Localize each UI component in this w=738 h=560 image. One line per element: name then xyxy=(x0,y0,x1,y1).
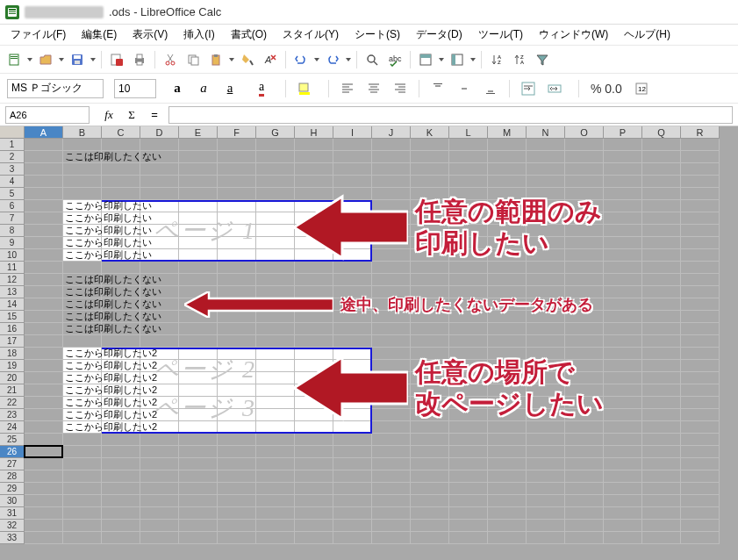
cell-P13[interactable] xyxy=(604,286,642,298)
cell-I20[interactable] xyxy=(333,372,372,384)
cell-B4[interactable] xyxy=(63,176,102,188)
cell-E2[interactable] xyxy=(179,151,218,163)
cell-O18[interactable] xyxy=(565,348,604,360)
col-header-D[interactable]: D xyxy=(140,126,179,139)
cell-Q13[interactable] xyxy=(642,286,681,298)
cell-B9[interactable]: ここから印刷したい xyxy=(63,237,102,249)
cell-J16[interactable] xyxy=(372,323,411,335)
cell-M31[interactable] xyxy=(488,507,527,520)
cell-H12[interactable] xyxy=(295,274,333,286)
cell-E5[interactable] xyxy=(179,188,218,200)
cell-F4[interactable] xyxy=(218,176,256,188)
paste-dropdown[interactable] xyxy=(228,58,235,61)
cell-A29[interactable] xyxy=(25,483,63,495)
cell-F28[interactable] xyxy=(218,470,256,483)
cell-A9[interactable] xyxy=(25,237,63,249)
cell-A32[interactable] xyxy=(25,520,63,532)
cell-C33[interactable] xyxy=(102,532,140,544)
cell-F25[interactable] xyxy=(218,434,256,446)
cell-M13[interactable] xyxy=(488,286,527,298)
cell-B30[interactable] xyxy=(63,495,102,507)
cell-N11[interactable] xyxy=(527,262,565,274)
cell-M24[interactable] xyxy=(488,421,527,434)
cell-P27[interactable] xyxy=(604,458,642,470)
align-left-button[interactable] xyxy=(337,78,358,99)
cell-B10[interactable]: ここから印刷したい xyxy=(63,249,102,262)
row-header-14[interactable]: 14 xyxy=(0,298,25,311)
cell-J6[interactable] xyxy=(372,200,411,212)
cell-J17[interactable] xyxy=(372,335,411,348)
cell-O2[interactable] xyxy=(565,151,604,163)
row-header-17[interactable]: 17 xyxy=(0,335,25,348)
cell-E9[interactable] xyxy=(179,237,218,249)
menu-sheet[interactable]: シート(S) xyxy=(348,25,407,45)
cell-N23[interactable] xyxy=(527,409,565,421)
row-header-16[interactable]: 16 xyxy=(0,323,25,335)
cell-Q16[interactable] xyxy=(642,323,681,335)
cell-D1[interactable] xyxy=(140,139,179,151)
col-header-O[interactable]: O xyxy=(565,126,604,139)
cell-M16[interactable] xyxy=(488,323,527,335)
cell-N32[interactable] xyxy=(527,520,565,532)
cell-R11[interactable] xyxy=(681,262,720,274)
cell-R28[interactable] xyxy=(681,470,720,483)
cell-G5[interactable] xyxy=(256,188,295,200)
cell-A1[interactable] xyxy=(25,139,63,151)
cell-K10[interactable] xyxy=(411,249,449,262)
row-header-18[interactable]: 18 xyxy=(0,348,25,360)
cell-H24[interactable] xyxy=(295,421,333,434)
row-header-11[interactable]: 11 xyxy=(0,262,25,274)
cell-G14[interactable] xyxy=(256,298,295,311)
cell-M19[interactable] xyxy=(488,360,527,372)
cell-A7[interactable] xyxy=(25,212,63,225)
cell-L20[interactable] xyxy=(449,372,488,384)
cell-K11[interactable] xyxy=(411,262,449,274)
cell-N29[interactable] xyxy=(527,483,565,495)
cell-I2[interactable] xyxy=(333,151,372,163)
cell-E13[interactable] xyxy=(179,286,218,298)
cell-N24[interactable] xyxy=(527,421,565,434)
cell-N9[interactable] xyxy=(527,237,565,249)
cell-O21[interactable] xyxy=(565,384,604,397)
menu-insert[interactable]: 挿入(I) xyxy=(176,25,221,45)
cell-K13[interactable] xyxy=(411,286,449,298)
col-header-A[interactable]: A xyxy=(25,126,63,139)
cell-O5[interactable] xyxy=(565,188,604,200)
cell-A31[interactable] xyxy=(25,507,63,520)
cell-A27[interactable] xyxy=(25,458,63,470)
cell-K3[interactable] xyxy=(411,163,449,176)
cell-J32[interactable] xyxy=(372,520,411,532)
cell-G32[interactable] xyxy=(256,520,295,532)
cell-M7[interactable] xyxy=(488,212,527,225)
cell-D11[interactable] xyxy=(140,262,179,274)
cell-G6[interactable] xyxy=(256,200,295,212)
sum-button[interactable]: Σ xyxy=(123,106,140,124)
new-dropdown[interactable] xyxy=(26,58,33,61)
cell-K1[interactable] xyxy=(411,139,449,151)
font-name-input[interactable] xyxy=(7,79,104,98)
cell-Q5[interactable] xyxy=(642,188,681,200)
cell-G15[interactable] xyxy=(256,311,295,323)
cell-O14[interactable] xyxy=(565,298,604,311)
cell-E20[interactable] xyxy=(179,372,218,384)
cell-H22[interactable] xyxy=(295,397,333,409)
cell-G33[interactable] xyxy=(256,532,295,544)
cell-Q4[interactable] xyxy=(642,176,681,188)
row-header-27[interactable]: 27 xyxy=(0,458,25,470)
cell-G18[interactable] xyxy=(256,348,295,360)
cell-H14[interactable] xyxy=(295,298,333,311)
cell-M4[interactable] xyxy=(488,176,527,188)
cell-P21[interactable] xyxy=(604,384,642,397)
cell-J21[interactable] xyxy=(372,384,411,397)
cell-K24[interactable] xyxy=(411,421,449,434)
cell-A21[interactable] xyxy=(25,384,63,397)
cell-B15[interactable]: ここは印刷したくない xyxy=(63,311,102,323)
row-header-24[interactable]: 24 xyxy=(0,421,25,434)
cell-I32[interactable] xyxy=(333,520,372,532)
cell-K26[interactable] xyxy=(411,446,449,458)
cell-A30[interactable] xyxy=(25,495,63,507)
cell-C26[interactable] xyxy=(102,446,140,458)
cell-I10[interactable] xyxy=(333,249,372,262)
sort-asc-button[interactable]: AZ xyxy=(486,49,507,70)
cell-D28[interactable] xyxy=(140,470,179,483)
